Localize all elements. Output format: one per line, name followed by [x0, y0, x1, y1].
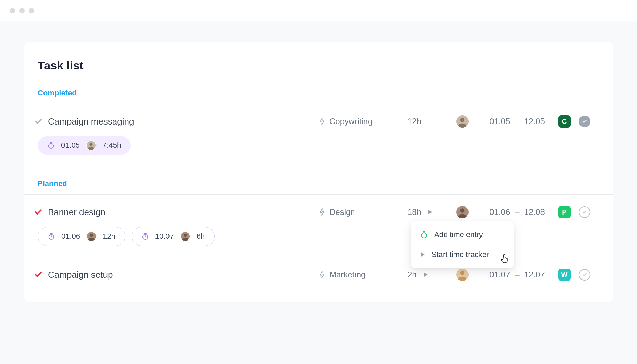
chip-duration: 12h: [103, 232, 115, 241]
traffic-light-zoom[interactable]: [29, 8, 34, 13]
done-toggle-cell: [579, 269, 599, 281]
stopwatch-icon: [48, 232, 55, 240]
status-badge[interactable]: C: [558, 115, 571, 128]
time-tracker-popover: Add time entry Start time tracker: [411, 221, 514, 268]
chip-duration: 7:45h: [102, 141, 121, 150]
task-name: Campaign setup: [48, 270, 318, 280]
task-done-indicator[interactable]: [29, 271, 48, 279]
time-entry-chip[interactable]: 01.05 7:45h: [38, 136, 131, 155]
svg-point-13: [182, 238, 188, 241]
chip-date: 01.06: [61, 232, 80, 241]
time-entry-chips: 01.05 7:45h: [24, 129, 613, 166]
svg-point-4: [88, 147, 94, 150]
svg-point-3: [90, 143, 93, 146]
task-category: Design: [318, 207, 408, 217]
task-row[interactable]: Campaign setup Marketing 2h 01.07 – 12.0…: [24, 257, 613, 282]
task-date-range: 01.05 – 12.05: [476, 117, 558, 126]
check-icon: [34, 117, 42, 126]
chip-duration: 6h: [197, 232, 205, 241]
add-time-entry-button[interactable]: Add time entry: [411, 225, 514, 245]
task-done-indicator[interactable]: [29, 208, 48, 216]
avatar: [86, 140, 96, 151]
traffic-light-close[interactable]: [10, 8, 15, 13]
task-done-indicator[interactable]: [29, 117, 48, 126]
avatar: [86, 231, 97, 242]
window-chrome: [0, 0, 637, 21]
time-entry-chip[interactable]: 10.07 6h: [132, 227, 215, 246]
svg-point-14: [460, 271, 465, 275]
task-date-range: 01.07 – 12.07: [476, 270, 558, 280]
task-name: Campaign messaging: [48, 116, 318, 127]
task-category: Copywriting: [318, 117, 408, 126]
avatar: [180, 231, 190, 242]
check-icon: [582, 209, 587, 215]
task-hours: 12h: [408, 117, 449, 126]
status-badge-cell: P: [558, 206, 579, 218]
done-toggle[interactable]: [579, 206, 590, 218]
svg-point-5: [460, 208, 465, 213]
task-row[interactable]: Campaign messaging Copywriting 12h 01.05…: [24, 104, 613, 129]
stopwatch-icon: [141, 232, 149, 240]
svg-point-0: [460, 118, 465, 122]
section-completed-header[interactable]: Completed: [24, 89, 613, 104]
stopwatch-icon: [420, 230, 428, 239]
time-entry-chip[interactable]: 01.06 12h: [38, 227, 125, 246]
task-list-card: Task list Completed Campaign messaging C…: [24, 42, 613, 302]
done-toggle-cell: [579, 116, 599, 127]
svg-point-10: [88, 238, 95, 241]
task-hours: 18h: [408, 207, 449, 217]
status-badge[interactable]: P: [558, 206, 571, 218]
check-icon: [34, 208, 42, 216]
avatar[interactable]: [455, 268, 470, 282]
task-category: Marketing: [318, 270, 408, 280]
chip-date: 01.05: [61, 141, 80, 150]
lightning-icon: [318, 208, 325, 216]
lightning-icon: [318, 271, 325, 279]
svg-point-15: [458, 276, 466, 281]
task-name: Banner design: [48, 207, 318, 218]
done-toggle[interactable]: [579, 116, 590, 127]
status-badge[interactable]: W: [558, 269, 571, 281]
time-entry-chips: 01.06 12h 10.07 6h: [24, 219, 613, 257]
avatar[interactable]: [455, 205, 470, 219]
page-title: Task list: [24, 59, 613, 72]
start-time-tracker-button[interactable]: Start time tracker: [411, 245, 514, 264]
play-icon: [420, 251, 425, 258]
task-category-label: Copywriting: [329, 117, 372, 126]
status-badge-cell: W: [558, 269, 579, 281]
check-icon: [582, 272, 587, 277]
traffic-light-minimize[interactable]: [19, 8, 25, 13]
play-icon[interactable]: [427, 209, 433, 215]
task-category-label: Design: [329, 207, 355, 217]
svg-point-6: [458, 214, 466, 218]
task-category-label: Marketing: [329, 270, 365, 280]
task-hours: 2h: [408, 270, 449, 280]
stopwatch-icon: [47, 141, 55, 150]
svg-point-1: [458, 123, 466, 128]
done-toggle[interactable]: [579, 269, 590, 281]
status-badge-cell: C: [558, 115, 579, 128]
svg-point-9: [90, 234, 93, 237]
section-planned-header[interactable]: Planned: [24, 179, 613, 195]
play-icon[interactable]: [423, 272, 428, 278]
avatar[interactable]: [455, 114, 470, 129]
done-toggle-cell: [579, 206, 599, 218]
svg-point-12: [184, 234, 187, 237]
chip-date: 10.07: [155, 232, 174, 241]
check-icon: [34, 271, 42, 279]
lightning-icon: [318, 117, 325, 126]
task-row[interactable]: Banner design Design 18h Add time entry …: [24, 195, 613, 219]
task-date-range: 01.06 – 12.08: [476, 207, 558, 217]
check-icon: [582, 118, 588, 125]
